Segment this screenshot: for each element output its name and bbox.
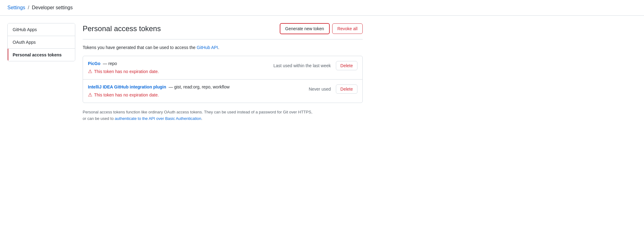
token-name-intellij[interactable]: IntelliJ IDEA GitHub integration plugin — [88, 84, 166, 89]
footer-text-3: . — [201, 116, 203, 121]
breadcrumb-separator: / — [28, 5, 29, 10]
header-buttons: Generate new token Revoke all — [280, 23, 363, 34]
tokens-container: PicGo — repo ⚠ This token has no expirat… — [83, 56, 363, 103]
token-info-picgo: PicGo — repo ⚠ This token has no expirat… — [88, 61, 269, 74]
delete-button-intellij[interactable]: Delete — [336, 84, 357, 94]
token-info-intellij: IntelliJ IDEA GitHub integration plugin … — [88, 84, 304, 98]
description-period: . — [218, 45, 219, 50]
token-scope-intellij: — gist, read:org, repo, workflow — [169, 84, 230, 89]
settings-link[interactable]: Settings — [7, 5, 25, 10]
breadcrumb-current: Developer settings — [32, 5, 73, 10]
sidebar-item-personal-access-tokens[interactable]: Personal access tokens — [8, 49, 75, 61]
footer-text-2: or can be used to — [83, 116, 115, 121]
sidebar-item-github-apps[interactable]: GitHub Apps — [8, 23, 75, 36]
sidebar-item-label-github-apps: GitHub Apps — [13, 27, 37, 32]
token-name-row-picgo: PicGo — repo — [88, 61, 269, 66]
token-scope-picgo: — repo — [103, 61, 117, 66]
token-usage-intellij: Never used — [309, 87, 331, 92]
description-text: Tokens you have generated that can be us… — [83, 45, 197, 50]
generate-new-token-button[interactable]: Generate new token — [280, 23, 330, 34]
github-api-link[interactable]: GitHub API — [197, 45, 218, 50]
token-name-row-intellij: IntelliJ IDEA GitHub integration plugin … — [88, 84, 304, 89]
content-area: Personal access tokens Generate new toke… — [83, 23, 363, 122]
sidebar-item-label-personal-access-tokens: Personal access tokens — [13, 52, 62, 57]
page-title: Personal access tokens — [83, 24, 161, 33]
token-name-picgo[interactable]: PicGo — [88, 61, 100, 66]
sidebar-item-label-oauth-apps: OAuth Apps — [13, 40, 36, 45]
basic-auth-link[interactable]: authenticate to the API over Basic Authe… — [115, 116, 201, 121]
warning-icon-intellij: ⚠ — [88, 92, 92, 98]
description: Tokens you have generated that can be us… — [83, 44, 363, 51]
footer-text: Personal access tokens function like ord… — [83, 109, 360, 122]
token-usage-picgo: Last used within the last week — [274, 63, 331, 68]
token-warning-text-picgo: This token has no expiration date. — [94, 69, 159, 74]
token-warning-intellij: ⚠ This token has no expiration date. — [88, 92, 304, 98]
token-meta-picgo: Last used within the last week Delete — [274, 61, 357, 70]
revoke-all-button[interactable]: Revoke all — [332, 23, 363, 34]
table-row: PicGo — repo ⚠ This token has no expirat… — [83, 56, 362, 80]
table-row: IntelliJ IDEA GitHub integration plugin … — [83, 80, 362, 103]
delete-button-picgo[interactable]: Delete — [336, 61, 357, 70]
content-header: Personal access tokens Generate new toke… — [83, 23, 363, 39]
warning-icon-picgo: ⚠ — [88, 68, 92, 74]
footer-text-1: Personal access tokens function like ord… — [83, 110, 312, 114]
sidebar-item-oauth-apps[interactable]: OAuth Apps — [8, 36, 75, 49]
token-meta-intellij: Never used Delete — [309, 84, 357, 94]
token-warning-picgo: ⚠ This token has no expiration date. — [88, 68, 269, 74]
main-layout: GitHub Apps OAuth Apps Personal access t… — [0, 16, 370, 129]
breadcrumb: Settings / Developer settings — [0, 0, 644, 16]
token-warning-text-intellij: This token has no expiration date. — [94, 92, 159, 97]
sidebar: GitHub Apps OAuth Apps Personal access t… — [7, 23, 75, 61]
